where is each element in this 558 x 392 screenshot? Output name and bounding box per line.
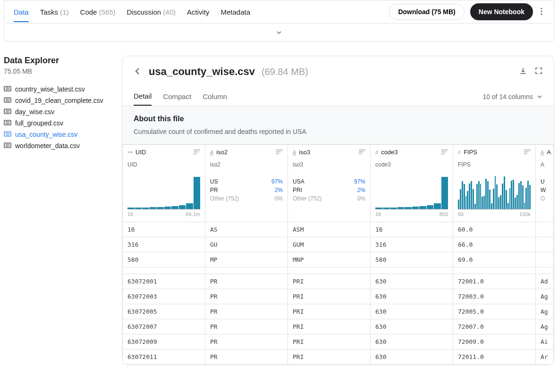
file-item[interactable]: country_wise_latest.csv [4, 83, 112, 95]
table-cell: PRI [288, 274, 371, 289]
table-cell: PR [205, 274, 288, 289]
table-cell: PR [205, 350, 288, 365]
tab-code[interactable]: Code (565) [80, 2, 116, 22]
table-row[interactable]: 580MPMNP58069.0 [123, 252, 554, 267]
table-cell: GUM [288, 237, 371, 252]
table-cell: PRI [288, 334, 371, 350]
about-title: About this file [134, 115, 542, 123]
number-icon: # [375, 150, 378, 155]
data-table-wrap[interactable]: ⊶UIDUID1684.1mAiso2iso2US97%PR2%Other (7… [122, 144, 554, 365]
table-cell: PR [205, 304, 288, 319]
file-list: country_wise_latest.csvcovid_19_clean_co… [4, 83, 112, 151]
column-name: code3 [381, 149, 397, 156]
table-cell: 316 [123, 237, 205, 252]
table-cell: 630 [371, 274, 453, 289]
column-desc: UID [123, 159, 205, 173]
table-row[interactable]: 316GUGUM31666.0 [123, 237, 554, 252]
column-desc: A [536, 159, 553, 173]
collapse-toggle[interactable] [4, 24, 554, 42]
download-file-icon[interactable] [519, 67, 527, 77]
text-icon: A [541, 150, 544, 155]
table-cell: 63072007 [123, 319, 205, 334]
histogram [127, 177, 200, 209]
table-cell: Ar [536, 350, 554, 365]
table-cell: PR [205, 289, 288, 304]
sort-icon[interactable] [276, 149, 283, 156]
tab-data[interactable]: Data [14, 2, 29, 22]
table-row[interactable]: 16ASASM1660.0 [123, 222, 554, 237]
table-cell: 63072003 [123, 289, 205, 304]
new-notebook-button[interactable]: New Notebook [470, 3, 533, 20]
table-cell [536, 252, 554, 267]
column-header: #FIPSFIPS60100k [453, 145, 536, 222]
column-name: FIPS [464, 149, 477, 156]
sort-icon[interactable] [441, 149, 448, 156]
file-name-label: day_wise.csv [15, 108, 54, 116]
sort-icon[interactable] [359, 149, 365, 156]
view-tab-detail[interactable]: Detail [134, 87, 152, 106]
text-icon: A [293, 150, 296, 155]
svg-point-1 [541, 10, 542, 12]
svg-point-2 [541, 13, 542, 15]
tab-activity[interactable]: Activity [187, 2, 210, 22]
fullscreen-icon[interactable] [535, 67, 542, 77]
table-body: 16ASASM1660.0316GUGUM31666.0580MPMNP5806… [123, 222, 554, 365]
file-item[interactable]: covid_19_clean_complete.csv [4, 95, 112, 106]
sidebar-title: Data Explorer [4, 56, 112, 66]
file-item[interactable]: usa_county_wise.csv [4, 129, 112, 140]
column-name: iso2 [216, 149, 228, 156]
table-cell: 69.0 [453, 252, 536, 267]
table-cell: PR [205, 319, 288, 334]
table-row[interactable]: 63072011PRPRI63072011.0Ar [123, 350, 554, 365]
download-button[interactable]: Download (75 MB) [389, 4, 464, 20]
column-name: A [547, 149, 551, 156]
table-row[interactable]: 63072003PRPRI63072003.0Ag [123, 289, 554, 304]
table-cell: MP [205, 252, 288, 267]
file-item[interactable]: day_wise.csv [4, 106, 112, 117]
column-header: Aiso2iso2US97%PR2%Other (752)0% [205, 145, 288, 222]
table-cell: PRI [288, 304, 371, 319]
table-cell: 63072005 [123, 304, 205, 319]
column-name: UID [135, 149, 146, 156]
table-cell: 630 [371, 334, 453, 350]
text-icon: A [210, 150, 213, 155]
more-menu-icon[interactable] [539, 6, 544, 18]
sort-icon[interactable] [194, 149, 200, 156]
columns-selector[interactable]: 10 of 14 columns [482, 93, 542, 100]
column-header: ⊶UIDUID1684.1m [123, 145, 205, 222]
key-icon: ⊶ [127, 149, 133, 155]
table-row[interactable]: 63072001PRPRI63072001.0Ad [123, 274, 554, 289]
table-cell [536, 237, 554, 252]
file-name-label: country_wise_latest.csv [15, 85, 85, 93]
tab-discussion[interactable]: Discussion (40) [127, 2, 176, 22]
table-cell: 72001.0 [453, 274, 536, 289]
view-tab-compact[interactable]: Compact [163, 88, 191, 105]
table-cell: GU [205, 237, 288, 252]
table-cell: Ag [536, 319, 554, 334]
sort-icon[interactable] [524, 149, 531, 156]
table-cell: 63072001 [123, 274, 205, 289]
column-header: AAAUWO [536, 145, 554, 222]
view-tab-column[interactable]: Column [203, 88, 227, 105]
table-row[interactable]: 63072009PRPRI63072009.0Ai [123, 334, 554, 350]
table-cell: 60.0 [453, 222, 536, 237]
table-cell: 580 [371, 252, 453, 267]
file-item[interactable]: full_grouped.csv [4, 117, 112, 129]
tab-metadata[interactable]: Metadata [221, 2, 251, 22]
column-desc: iso3 [288, 159, 370, 173]
table-row[interactable]: 63072005PRPRI63072005.0Ag [123, 304, 554, 319]
table-icon [4, 142, 11, 150]
table-cell: 16 [371, 222, 453, 237]
table-row[interactable]: 63072007PRPRI63072007.0Ag [123, 319, 554, 334]
column-desc: FIPS [453, 159, 535, 173]
top-tabs: DataTasks (1)Code (565)Discussion (40)Ac… [14, 2, 389, 22]
chevron-down-icon [537, 94, 542, 100]
file-item[interactable]: worldometer_data.csv [4, 140, 112, 151]
column-desc: code3 [371, 159, 453, 173]
back-button[interactable] [134, 67, 142, 77]
table-cell: PRI [288, 350, 371, 365]
table-cell: Ag [536, 289, 554, 304]
tab-tasks[interactable]: Tasks (1) [40, 2, 69, 22]
file-size: (69.84 MB) [262, 67, 308, 77]
table-cell: AS [205, 222, 288, 237]
